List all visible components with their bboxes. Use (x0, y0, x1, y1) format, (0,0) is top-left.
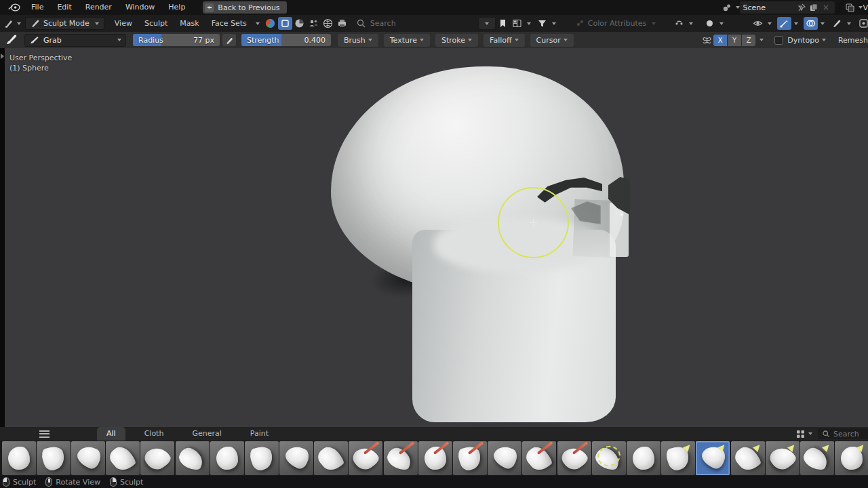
collapsed-panel-chevron-icon[interactable] (478, 17, 496, 30)
brush-thumbnail[interactable] (384, 441, 418, 475)
overlays-icon[interactable] (804, 17, 818, 30)
dyntopo-chevron-icon[interactable] (822, 39, 826, 41)
mirror-chevron-icon[interactable] (760, 39, 764, 41)
view-layer-icon[interactable] (845, 3, 854, 12)
brush-thumbnail[interactable] (245, 441, 279, 475)
shelf-tab-all[interactable]: All (97, 427, 125, 441)
back-to-previous-button[interactable]: Back to Previous (203, 1, 286, 14)
falloff-circle-chevron-icon[interactable] (719, 22, 724, 25)
users-icon[interactable] (307, 17, 321, 30)
shading-mode-chevron-icon[interactable] (847, 22, 851, 25)
dyntopo-checkbox[interactable] (774, 36, 783, 45)
dyntopo-label[interactable]: Dyntopo (787, 36, 819, 45)
brush-thumbnail[interactable] (71, 441, 105, 475)
brush-thumbnail[interactable] (279, 441, 313, 475)
brush-thumbnail[interactable] (557, 441, 591, 475)
gizmo-icon[interactable] (777, 17, 791, 30)
globe-icon[interactable] (321, 17, 335, 30)
menu-edit[interactable]: Edit (50, 0, 78, 15)
menu-window[interactable]: Window (119, 0, 161, 15)
shelf-search-field[interactable]: Search (818, 428, 868, 439)
printer-icon[interactable] (335, 17, 349, 30)
layout-chevron-icon[interactable] (527, 22, 531, 25)
brush-thumbnail[interactable] (766, 441, 800, 475)
pin-icon[interactable] (797, 3, 806, 12)
shading-ball-icon[interactable] (265, 18, 275, 28)
radius-pressure-icon[interactable] (222, 34, 236, 46)
active-brush-tool-icon[interactable] (5, 34, 18, 46)
brush-selector[interactable]: Grab (24, 34, 126, 47)
proportional-edit-chevron-icon[interactable] (689, 22, 693, 25)
brush-thumbnail[interactable] (627, 441, 660, 475)
gizmo-chevron-icon[interactable] (794, 22, 798, 25)
visibility-chevron-icon[interactable] (768, 22, 772, 25)
brush-thumbnail[interactable] (453, 441, 487, 475)
brush-thumbnail[interactable] (314, 441, 348, 475)
view-layer-name[interactable]: V (863, 3, 868, 12)
mode-selector[interactable]: Sculpt Mode (25, 17, 104, 30)
visibility-icon[interactable] (751, 17, 765, 30)
mirror-y-toggle[interactable]: Y (728, 35, 741, 46)
mirror-z-toggle[interactable]: Z (742, 35, 755, 46)
menu-file[interactable]: File (24, 0, 50, 15)
menu-sculpt[interactable]: Sculpt (138, 19, 174, 28)
texture-paint-icon[interactable] (278, 17, 292, 30)
shelf-tab-cloth[interactable]: Cloth (135, 427, 174, 441)
layout-icon[interactable] (510, 17, 524, 30)
cursor-panel-button[interactable]: Cursor (530, 34, 574, 47)
scene-name-field[interactable]: Scene (740, 1, 835, 14)
brush-thumbnail[interactable] (731, 441, 765, 475)
shelf-tab-general[interactable]: General (182, 427, 231, 441)
blender-logo-icon[interactable] (8, 3, 20, 12)
brush-thumbnail[interactable] (176, 441, 210, 475)
mask-sphere-icon[interactable] (292, 17, 307, 30)
brush-thumbnail[interactable] (349, 441, 382, 475)
unlink-scene-icon[interactable] (821, 3, 831, 12)
clipped-edge-icon[interactable] (856, 17, 868, 30)
brush-thumbnail[interactable] (800, 441, 834, 475)
menu-render[interactable]: Render (79, 0, 119, 15)
shelf-tab-paint[interactable]: Paint (241, 427, 278, 441)
brush-thumbnail-selected[interactable] (696, 441, 730, 475)
falloff-panel-button[interactable]: Falloff (484, 34, 524, 47)
header-search[interactable]: Search (356, 18, 458, 28)
radius-slider[interactable]: Radius 77 px (133, 34, 220, 46)
new-scene-icon[interactable] (809, 3, 818, 12)
strength-slider[interactable]: Strength 0.400 (241, 34, 331, 46)
brush-thumbnail[interactable] (140, 441, 174, 475)
brush-thumbnail[interactable] (210, 441, 244, 475)
falloff-circle-icon[interactable] (703, 17, 717, 30)
brush-thumbnail[interactable] (106, 441, 140, 475)
menu-face-sets[interactable]: Face Sets (205, 19, 253, 28)
menu-help[interactable]: Help (161, 0, 192, 15)
bookmark-icon[interactable] (496, 17, 510, 30)
proportional-edit-icon[interactable] (672, 17, 686, 30)
remesh-label[interactable]: Remesh (838, 36, 868, 45)
brush-thumbnail[interactable] (418, 441, 452, 475)
scene-browse-icon[interactable] (722, 3, 732, 12)
display-mode-chevron-icon[interactable] (808, 432, 812, 435)
editor-type-icon[interactable] (4, 18, 14, 28)
filter-chevron-icon[interactable] (552, 22, 556, 25)
display-mode-grid-icon[interactable] (795, 429, 806, 439)
mirror-x-toggle[interactable]: X (713, 35, 727, 46)
shelf-menu-icon[interactable] (39, 430, 50, 438)
brush-thumbnail[interactable] (37, 441, 71, 475)
brush-thumbnail[interactable] (661, 441, 695, 475)
menus-overflow-chevron-icon[interactable] (256, 22, 260, 25)
brush-thumbnail[interactable] (835, 441, 868, 475)
brush-thumbnail[interactable] (522, 441, 556, 475)
editor-type-chevron-icon[interactable] (17, 22, 21, 25)
menu-mask[interactable]: Mask (174, 19, 205, 28)
stroke-panel-button[interactable]: Stroke (435, 34, 478, 47)
3d-viewport[interactable]: User Perspective (1) Sphere (0, 48, 868, 427)
shading-mode-icon[interactable] (830, 17, 844, 30)
texture-panel-button[interactable]: Texture (384, 34, 430, 47)
filter-icon[interactable] (535, 17, 549, 30)
brush-thumbnail[interactable] (2, 441, 36, 475)
brush-panel-button[interactable]: Brush (338, 34, 378, 47)
brush-thumbnail[interactable] (592, 441, 626, 475)
overlays-chevron-icon[interactable] (821, 22, 825, 25)
menu-view[interactable]: View (108, 19, 138, 28)
brush-thumbnail[interactable] (488, 441, 521, 475)
